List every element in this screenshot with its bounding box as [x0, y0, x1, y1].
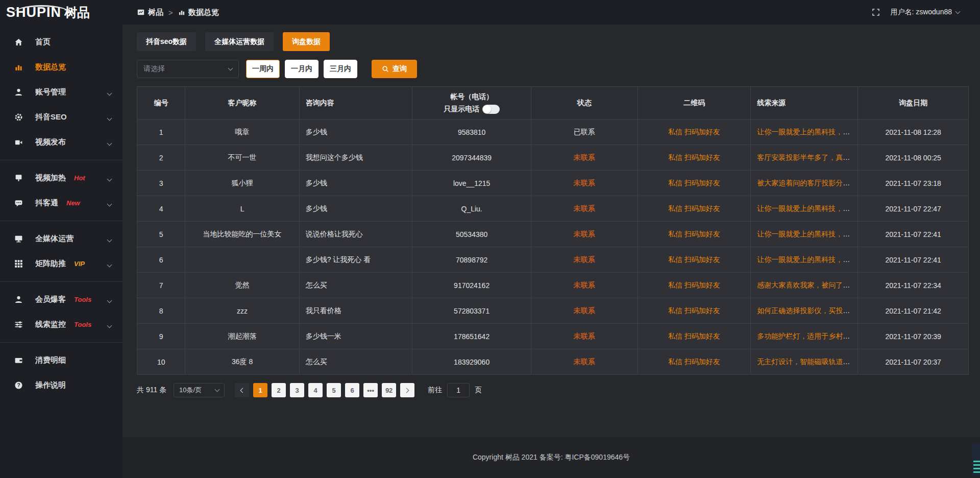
sidebar-item-label: 视频发布	[35, 137, 66, 147]
qr-add-friend-link[interactable]: 私信 扫码加好友	[668, 153, 720, 161]
user-menu[interactable]: 用户名: zswodun88	[890, 8, 960, 17]
chevron-right-icon	[404, 388, 409, 393]
sidebar-item-label: 账号管理	[35, 87, 66, 97]
next-page-button[interactable]	[400, 383, 414, 397]
qr-add-friend-link[interactable]: 私信 扫码加好友	[668, 179, 720, 187]
breadcrumb-current[interactable]: 数据总览	[178, 8, 219, 17]
cell-no: 3	[137, 171, 185, 196]
table-row: 7 觉然 怎么买 917024162 未联系 私信 扫码加好友 感谢大家喜欢我家…	[137, 273, 969, 298]
query-button[interactable]: 查询	[372, 60, 417, 78]
source-link[interactable]: 多功能护栏灯，适用于乡村文...	[757, 332, 856, 340]
sidebar-item-clue-monitor[interactable]: 线索监控 Tools	[0, 312, 122, 337]
pagination: 共 911 条 10条/页 123456•••92 前往 页	[137, 383, 969, 397]
topbar-right: 用户名: zswodun88	[872, 8, 980, 17]
prev-page-button[interactable]	[235, 383, 249, 397]
qr-add-friend-link[interactable]: 私信 扫码加好友	[668, 204, 720, 212]
page-ellipsis[interactable]: •••	[363, 383, 378, 397]
cell-source: 让你一眼就爱上的黑科技，能...	[751, 119, 858, 145]
tab-douyin-seo-data[interactable]: 抖音seo数据	[137, 32, 196, 51]
page-button-4[interactable]: 4	[308, 383, 323, 397]
source-link[interactable]: 无主灯设计，智能磁吸轨道灯...	[757, 357, 856, 366]
cell-date: 2021-11-07 22:34	[858, 273, 969, 298]
copyright-text: Copyright 树品 2021 备案号: 粤ICP备09019646号	[473, 453, 630, 462]
status-badge: 未联系	[574, 306, 595, 315]
status-badge: 未联系	[574, 153, 595, 161]
cell-status: 未联系	[531, 171, 638, 196]
cell-account: 9583810	[412, 119, 531, 145]
page-button-6[interactable]: 6	[345, 383, 359, 397]
source-link[interactable]: 让你一眼就爱上的黑科技，能...	[757, 255, 856, 264]
sidebar-item-matrix-boost[interactable]: 矩阵助推 VIP	[0, 251, 122, 276]
chevron-down-icon	[108, 138, 111, 147]
sidebar-item-home[interactable]: 首页	[0, 30, 122, 55]
breadcrumb-root-label: 树品	[148, 8, 163, 17]
sidebar-item-label: 线索监控	[35, 320, 66, 329]
cell-account: 572803371	[412, 298, 531, 324]
page-button-3[interactable]: 3	[290, 383, 304, 397]
table-row: 8 zzz 我只看价格 572803371 未联系 私信 扫码加好友 如何正确选…	[137, 298, 969, 324]
period-button-1[interactable]: 一月内	[285, 60, 318, 78]
table-row: 1 哦章 多少钱 9583810 已联系 私信 扫码加好友 让你一眼就爱上的黑科…	[137, 119, 969, 145]
page-button-92[interactable]: 92	[382, 383, 396, 397]
qr-add-friend-link[interactable]: 私信 扫码加好友	[668, 306, 720, 315]
period-button-2[interactable]: 三月内	[324, 60, 357, 78]
cell-nickname: L	[185, 196, 299, 222]
source-link[interactable]: 让你一眼就爱上的黑科技，能...	[757, 230, 856, 238]
sidebar-item-consume-detail[interactable]: 消费明细	[0, 348, 122, 373]
qr-add-friend-link[interactable]: 私信 扫码加好友	[668, 230, 720, 238]
bar-chart-icon	[14, 63, 23, 71]
table-row: 2 不可一世 我想问这个多少钱 2097344839 未联系 私信 扫码加好友 …	[137, 145, 969, 171]
sidebar-item-data-overview[interactable]: 数据总览	[0, 55, 122, 80]
chevron-down-icon	[108, 234, 111, 243]
filter-select[interactable]: 请选择	[137, 60, 239, 78]
source-link[interactable]: 让你一眼就爱上的黑科技，能...	[757, 204, 856, 212]
jump-suffix-label: 页	[475, 386, 482, 395]
cell-qrcode: 私信 扫码加好友	[638, 171, 751, 196]
cell-account: 70898792	[412, 247, 531, 273]
cell-qrcode: 私信 扫码加好友	[638, 145, 751, 171]
sidebar-item-member-baoke[interactable]: 会员爆客 Tools	[0, 287, 122, 312]
page-button-1[interactable]: 1	[253, 383, 267, 397]
qr-add-friend-link[interactable]: 私信 扫码加好友	[668, 357, 720, 366]
sidebar-item-badge: Tools	[74, 321, 91, 328]
sidebar-item-operation-guide[interactable]: 操作说明	[0, 373, 122, 398]
sidebar-item-doukertong[interactable]: 抖客通 New	[0, 190, 122, 216]
jump-page-input[interactable]	[447, 383, 470, 397]
sidebar-divider	[0, 342, 122, 343]
page-button-5[interactable]: 5	[327, 383, 341, 397]
cell-qrcode: 私信 扫码加好友	[638, 247, 751, 273]
source-link[interactable]: 如何正确选择投影仪，买投影...	[757, 306, 856, 315]
fullscreen-icon[interactable]	[872, 8, 880, 16]
sidebar-item-video-publish[interactable]: 视频发布	[0, 130, 122, 155]
sidebar-item-douyin-seo[interactable]: 抖音SEO	[0, 105, 122, 130]
qr-add-friend-link[interactable]: 私信 扫码加好友	[668, 332, 720, 340]
page-size-select[interactable]: 10条/页	[174, 383, 225, 397]
floating-widget[interactable]	[972, 443, 980, 476]
tab-inquiry-data[interactable]: 询盘数据	[283, 32, 330, 51]
source-link[interactable]: 感谢大家喜欢我家，被问了好...	[757, 281, 856, 289]
source-link[interactable]: 客厅安装投影半年多了，真实...	[757, 153, 856, 161]
qr-add-friend-link[interactable]: 私信 扫码加好友	[668, 281, 720, 289]
sidebar-item-badge: Hot	[74, 174, 85, 182]
sidebar-item-video-heat[interactable]: 视频加热 Hot	[0, 165, 122, 190]
query-button-label: 查询	[393, 64, 407, 74]
chevron-down-icon	[108, 259, 111, 268]
inquiry-table-wrap: 编号 客户昵称 咨询内容 帐号（电话） 只显示电话 状态 二维码 线索来源	[137, 86, 969, 375]
period-button-0[interactable]: 一周内	[246, 60, 280, 78]
source-link[interactable]: 让你一眼就爱上的黑科技，能...	[757, 128, 856, 136]
phone-only-toggle[interactable]	[482, 105, 500, 114]
qr-add-friend-link[interactable]: 私信 扫码加好友	[668, 255, 720, 264]
sidebar-item-account-manage[interactable]: 账号管理	[0, 80, 122, 105]
page-button-2[interactable]: 2	[272, 383, 286, 397]
qr-add-friend-link[interactable]: 私信 扫码加好友	[668, 128, 720, 136]
inquiry-table: 编号 客户昵称 咨询内容 帐号（电话） 只显示电话 状态 二维码 线索来源	[137, 86, 969, 375]
breadcrumb-root[interactable]: 树品	[137, 8, 163, 17]
chevron-down-icon	[215, 387, 220, 392]
header-account-label: 帐号（电话）	[419, 91, 525, 103]
source-link[interactable]: 被大家追着问的客厅投影分享...	[757, 179, 856, 187]
table-header-row: 编号 客户昵称 咨询内容 帐号（电话） 只显示电话 状态 二维码 线索来源	[137, 87, 969, 119]
tab-media-op-data[interactable]: 全媒体运营数据	[205, 32, 274, 51]
cell-date: 2021-11-07 22:47	[858, 196, 969, 222]
floating-widget-stripes	[973, 461, 980, 474]
sidebar-item-media-operation[interactable]: 全媒体运营	[0, 226, 122, 251]
